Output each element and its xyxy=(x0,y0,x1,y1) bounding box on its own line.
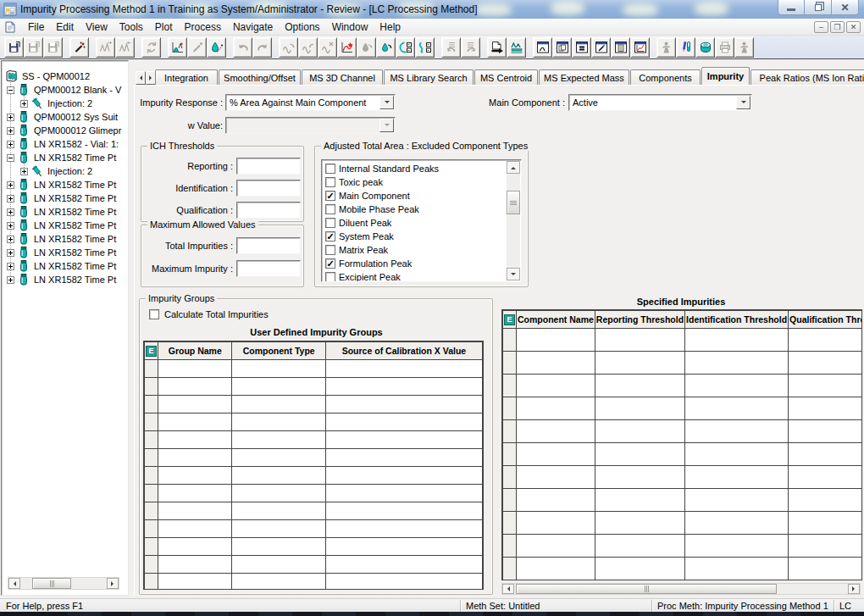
checkbox-unchecked[interactable] xyxy=(325,204,335,214)
specified-impurities-column-header[interactable]: Qualification Threshold xyxy=(789,311,862,329)
impurity-groups-cell[interactable] xyxy=(325,360,482,378)
specified-impurities-cell[interactable] xyxy=(789,443,862,466)
specified-impurities-cell[interactable] xyxy=(595,420,684,443)
scroll-down-arrow[interactable] xyxy=(507,268,520,280)
specified-impurities-row-header[interactable] xyxy=(503,466,517,489)
list-vertical-scrollbar[interactable] xyxy=(507,161,520,280)
impurity-groups-row-header[interactable] xyxy=(145,360,158,378)
impurity-groups-cell[interactable] xyxy=(325,538,482,556)
specified-horizontal-scrollbar[interactable] xyxy=(501,583,861,595)
print-button[interactable] xyxy=(715,37,734,58)
impurity-groups-cell[interactable] xyxy=(158,378,232,396)
specified-impurities-row-header[interactable] xyxy=(503,375,517,397)
manual-integration-button[interactable] xyxy=(187,37,207,58)
mdi-close-button[interactable]: ✕ xyxy=(846,21,861,33)
impurity-response-select[interactable]: % Area Against Main Component xyxy=(225,94,396,111)
impurity-groups-row-header[interactable] xyxy=(145,485,158,502)
redo-button[interactable] xyxy=(252,37,272,58)
impurity-groups-column-header[interactable]: Component Type xyxy=(232,342,325,360)
specified-impurities-cell[interactable] xyxy=(595,352,684,375)
main-component-select[interactable]: Active xyxy=(568,94,752,111)
specified-impurities-cell[interactable] xyxy=(517,512,595,535)
save-button[interactable] xyxy=(4,37,24,58)
tree-item-label[interactable]: QPM000012 Glimepr xyxy=(34,125,121,136)
excluded-component-types-list[interactable]: Internal Standard Peaks Toxic peak ✓ Mai… xyxy=(321,159,522,282)
view-results-button[interactable] xyxy=(572,37,591,58)
redo-method-button[interactable] xyxy=(461,37,480,58)
tab-impurity[interactable]: Impurity xyxy=(701,67,750,85)
tree-item-label[interactable]: LN XR1582 Time Pt xyxy=(34,261,116,271)
tree-expand-minus[interactable] xyxy=(7,86,14,94)
specified-impurities-cell[interactable] xyxy=(595,512,684,535)
tree-item[interactable]: LN XR1582 Time Pt xyxy=(7,191,116,205)
specified-impurities-cell[interactable] xyxy=(517,443,595,466)
impurity-groups-row-header[interactable] xyxy=(145,574,158,591)
specified-impurities-cell[interactable] xyxy=(789,489,862,512)
impurity-groups-cell[interactable] xyxy=(158,520,232,538)
tree-item[interactable]: LN XR1582 - Vial: 1: xyxy=(7,137,119,151)
list-scroll-thumb[interactable] xyxy=(507,191,520,214)
specified-impurities-cell[interactable] xyxy=(789,535,862,558)
tree-expand-plus[interactable] xyxy=(7,195,14,203)
impurity-groups-cell[interactable] xyxy=(232,431,325,449)
document-icon[interactable] xyxy=(3,20,17,34)
scroll-up-arrow[interactable] xyxy=(507,161,520,174)
specified-impurities-cell[interactable] xyxy=(595,375,684,397)
specified-impurities-cell[interactable] xyxy=(789,352,862,375)
specified-impurities-cell[interactable] xyxy=(517,329,595,352)
tree-expand-plus[interactable] xyxy=(7,141,14,148)
tree-item-label[interactable]: LN XR1582 Time Pt xyxy=(34,247,116,258)
clear-integration-button[interactable] xyxy=(318,37,337,58)
specified-impurities-cell[interactable] xyxy=(595,443,684,466)
specified-impurities-row-header[interactable] xyxy=(503,489,517,512)
scroll-right-arrow[interactable] xyxy=(848,584,860,594)
restore-button[interactable] xyxy=(805,0,832,15)
menu-help[interactable]: Help xyxy=(374,19,407,36)
impurity-groups-cell[interactable] xyxy=(325,467,482,485)
mdi-minimize-button[interactable]: – xyxy=(814,21,828,33)
specified-impurities-row-header[interactable] xyxy=(503,443,517,466)
menu-view[interactable]: View xyxy=(80,19,114,36)
checkbox-unchecked[interactable] xyxy=(325,218,335,228)
mav-field-input[interactable] xyxy=(236,260,301,277)
impurity-groups-cell[interactable] xyxy=(158,396,232,413)
specified-impurities-cell[interactable] xyxy=(595,397,684,420)
specified-impurities-cell[interactable] xyxy=(685,420,789,443)
tree-item-label[interactable]: LN XR1582 Time Pt xyxy=(34,180,116,190)
impurity-groups-cell[interactable] xyxy=(325,431,482,449)
impurity-groups-cell[interactable] xyxy=(325,449,482,467)
original-trace-button[interactable] xyxy=(337,37,357,58)
tab-components[interactable]: Components xyxy=(630,69,701,85)
tree-item-label[interactable]: SS - QPM00012 xyxy=(22,71,90,81)
tree-item[interactable]: LN XR1582 Time Pt xyxy=(7,178,116,191)
tree-expand-plus[interactable] xyxy=(20,168,28,175)
view-copy-button[interactable] xyxy=(552,37,572,58)
specified-impurities-cell[interactable] xyxy=(685,489,789,512)
tree-item-label[interactable]: QPM00012 Sys Suit xyxy=(34,112,118,122)
undo-button[interactable] xyxy=(233,37,252,58)
tree-item-label[interactable]: LN XR1582 Time Pt xyxy=(34,193,116,203)
impurity-groups-cell[interactable] xyxy=(158,574,232,591)
impurity-groups-cell[interactable] xyxy=(158,413,232,431)
menu-process[interactable]: Process xyxy=(179,19,227,36)
specified-impurities-row-header[interactable] xyxy=(503,512,517,535)
checkbox-checked[interactable]: ✓ xyxy=(325,258,335,269)
excluded-type-option[interactable]: ✓ Main Component xyxy=(325,189,410,203)
menu-edit[interactable]: Edit xyxy=(50,19,80,36)
specified-impurities-cell[interactable] xyxy=(517,535,595,558)
menu-tools[interactable]: Tools xyxy=(114,19,149,36)
tab-ms-centroid[interactable]: MS Centroid xyxy=(474,69,538,85)
excluded-type-option[interactable]: Matrix Peak xyxy=(325,243,388,257)
view-spectrum-button[interactable] xyxy=(630,37,650,58)
specified-impurities-row-header[interactable] xyxy=(503,420,517,443)
close-button[interactable]: ✕ xyxy=(832,0,859,15)
impurity-groups-row-header[interactable] xyxy=(145,378,158,396)
impurity-groups-cell[interactable] xyxy=(232,467,325,485)
menu-navigate[interactable]: Navigate xyxy=(227,19,279,36)
specified-impurities-corner-cell[interactable]: E xyxy=(503,311,517,329)
impurity-groups-cell[interactable] xyxy=(325,413,482,431)
tree-expand-plus[interactable] xyxy=(7,181,14,189)
tree-item-label[interactable]: Injection: 2 xyxy=(47,98,92,108)
impurity-groups-row-header[interactable] xyxy=(145,449,158,467)
specified-impurities-row-header[interactable] xyxy=(503,352,517,375)
